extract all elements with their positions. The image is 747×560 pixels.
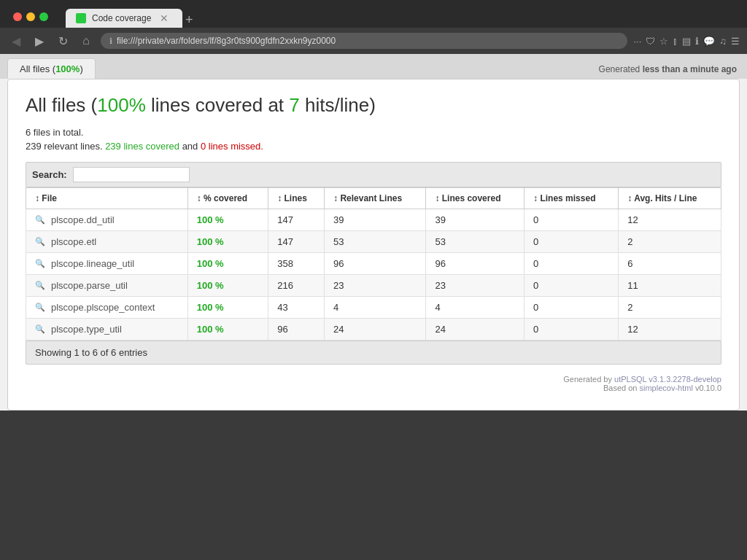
minimize-button[interactable]	[26, 12, 35, 21]
search-input[interactable]	[73, 167, 190, 182]
cell-avg-hits: 2	[619, 297, 721, 319]
cell-missed: 0	[525, 275, 619, 297]
file-name: plscope.plscope_context	[51, 302, 155, 313]
col-pct-covered[interactable]: ↕ % covered	[187, 188, 268, 209]
col-lines-covered[interactable]: ↕ Lines covered	[426, 188, 525, 209]
file-link[interactable]: 🔍 plscope.dd_util	[35, 214, 179, 225]
cell-covered: 4	[426, 297, 525, 319]
col-file[interactable]: ↕ File	[26, 188, 188, 209]
reader-icon[interactable]: ▤	[682, 36, 691, 47]
page-tab-pct: 100%	[55, 63, 80, 74]
cell-missed: 0	[525, 231, 619, 253]
cell-file: 🔍 plscope.plscope_context	[26, 297, 188, 319]
table-row: 🔍 plscope.etl 100 % 147 53 53 0 2	[26, 231, 721, 253]
menu-icon[interactable]: ☰	[731, 36, 740, 47]
col-lines-missed[interactable]: ↕ Lines missed	[525, 188, 619, 209]
forward-button[interactable]: ▶	[31, 32, 48, 50]
footer-version: v0.10.0	[693, 384, 721, 392]
cell-file: 🔍 plscope.type_util	[26, 319, 188, 341]
cell-relevant: 23	[325, 275, 426, 297]
browser-tab[interactable]: Code coverage ✕	[66, 9, 182, 28]
cell-relevant: 4	[325, 297, 426, 319]
cell-lines: 147	[268, 209, 325, 231]
table-row: 🔍 plscope.parse_util 100 % 216 23 23 0 1…	[26, 275, 721, 297]
generated-time: less than a minute ago	[643, 64, 737, 74]
cell-file: 🔍 plscope.etl	[26, 231, 188, 253]
file-link[interactable]: 🔍 plscope.lineage_util	[35, 258, 179, 269]
file-link[interactable]: 🔍 plscope.parse_util	[35, 280, 179, 291]
all-files-tab[interactable]: All files (100%)	[7, 58, 96, 79]
search-icon: 🔍	[35, 237, 45, 246]
back-button[interactable]: ◀	[7, 32, 25, 50]
col-lines[interactable]: ↕ Lines	[268, 188, 325, 209]
home-button[interactable]: ⌂	[77, 32, 95, 50]
address-icon: ℹ	[109, 36, 112, 46]
cell-lines: 96	[268, 319, 325, 341]
address-bar[interactable]: ℹ file:///private/var/folders/lf/8g3r0ts…	[101, 33, 627, 49]
cell-covered: 23	[426, 275, 525, 297]
cell-avg-hits: 2	[619, 231, 721, 253]
col-avg-hits[interactable]: ↕ Avg. Hits / Line	[619, 188, 721, 209]
maximize-button[interactable]	[39, 12, 48, 21]
generated-prefix: Generated	[599, 64, 643, 74]
cell-relevant: 53	[325, 231, 426, 253]
stats-missed: 0 lines missed.	[201, 141, 263, 152]
footer-credits: Generated by utPLSQL v3.1.3.2278-develop…	[26, 375, 721, 392]
close-button[interactable]	[13, 12, 22, 21]
cell-file: 🔍 plscope.dd_util	[26, 209, 188, 231]
info-icon[interactable]: ℹ	[695, 36, 699, 47]
library-icon[interactable]: ⫿	[673, 36, 678, 47]
refresh-button[interactable]: ↻	[54, 32, 71, 50]
bookmark-icon[interactable]: ☆	[659, 36, 668, 47]
search-icon: 🔍	[35, 281, 45, 290]
cell-relevant: 96	[325, 253, 426, 275]
tab-favicon	[76, 13, 86, 23]
file-name: plscope.lineage_util	[51, 258, 134, 269]
file-link[interactable]: 🔍 plscope.plscope_context	[35, 302, 179, 313]
file-name: plscope.type_util	[51, 324, 122, 335]
footer-based-link[interactable]: simplecov-html	[640, 384, 693, 392]
stats-line2: 239 relevant lines. 239 lines covered an…	[26, 141, 721, 152]
tab-title: Code coverage	[92, 13, 151, 23]
file-name: plscope.parse_util	[51, 280, 128, 291]
cell-pct: 100 %	[187, 275, 268, 297]
cell-lines: 358	[268, 253, 325, 275]
showing-entries: Showing 1 to 6 of 6 entries	[26, 341, 721, 365]
chat-icon[interactable]: 💬	[703, 36, 715, 47]
table-header-row: ↕ File ↕ % covered ↕ Lines ↕ Relevant Li…	[26, 188, 721, 209]
page-wrapper: All files (100%) Generated less than a m…	[0, 54, 747, 411]
search-icon: 🔍	[35, 303, 45, 312]
cell-relevant: 24	[325, 319, 426, 341]
nav-extras: ··· 🛡 ☆ ⫿ ▤ ℹ 💬 ♫ ☰	[633, 36, 740, 47]
file-link[interactable]: 🔍 plscope.type_util	[35, 324, 179, 335]
tab-close-button[interactable]: ✕	[160, 12, 169, 24]
table-row: 🔍 plscope.type_util 100 % 96 24 24 0 12	[26, 319, 721, 341]
coverage-table: ↕ File ↕ % covered ↕ Lines ↕ Relevant Li…	[26, 187, 721, 341]
file-link[interactable]: 🔍 plscope.etl	[35, 236, 179, 247]
footer-generated-link[interactable]: utPLSQL v3.1.3.2278-develop	[614, 375, 721, 384]
cell-avg-hits: 6	[619, 253, 721, 275]
main-content: All files (100% lines covered at 7 hits/…	[7, 79, 740, 411]
cell-relevant: 39	[325, 209, 426, 231]
cell-pct: 100 %	[187, 209, 268, 231]
table-row: 🔍 plscope.plscope_context 100 % 43 4 4 0…	[26, 297, 721, 319]
cell-file: 🔍 plscope.parse_util	[26, 275, 188, 297]
cell-missed: 0	[525, 319, 619, 341]
file-name: plscope.etl	[51, 236, 96, 247]
main-title: All files (100% lines covered at 7 hits/…	[26, 94, 721, 117]
address-text: file:///private/var/folders/lf/8g3r0ts90…	[117, 36, 619, 46]
more-button[interactable]: ···	[633, 36, 641, 47]
col-relevant-lines[interactable]: ↕ Relevant Lines	[325, 188, 426, 209]
music-icon[interactable]: ♫	[719, 36, 727, 47]
search-bar: Search:	[26, 162, 721, 187]
cell-avg-hits: 12	[619, 209, 721, 231]
cell-missed: 0	[525, 253, 619, 275]
cell-lines: 216	[268, 275, 325, 297]
cell-covered: 96	[426, 253, 525, 275]
footer-generated-by-label: Generated by	[563, 375, 614, 384]
cell-pct: 100 %	[187, 319, 268, 341]
cell-avg-hits: 11	[619, 275, 721, 297]
cell-lines: 43	[268, 297, 325, 319]
new-tab-button[interactable]: +	[185, 12, 193, 28]
page-tab-label: All files	[20, 63, 50, 74]
